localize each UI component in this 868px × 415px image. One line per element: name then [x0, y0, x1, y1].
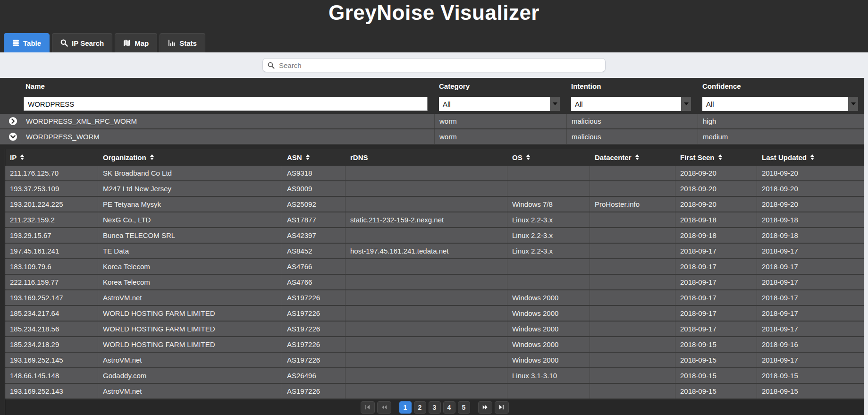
page-button-5[interactable]: 5	[458, 401, 470, 414]
expand-row-button[interactable]	[0, 114, 21, 128]
cell-datacenter	[590, 337, 675, 352]
result-row-wordpress-worm[interactable]: WORDPRESS_WORM worm malicious medium	[0, 129, 864, 145]
table-row[interactable]: 185.234.218.56WORLD HOSTING FARM LIMITED…	[5, 322, 864, 337]
page-button-4[interactable]: 4	[443, 401, 455, 414]
tab-stats[interactable]: Stats	[160, 33, 205, 52]
column-header-rdns: rDNS	[346, 149, 507, 166]
cell-last_updated: 2018-09-17	[757, 322, 864, 336]
cell-last_updated: 2018-09-17	[757, 306, 864, 321]
confidence-filter-select[interactable]: All	[702, 97, 858, 111]
cell-datacenter	[590, 212, 675, 227]
category-filter-select[interactable]: All	[439, 97, 560, 111]
column-label: First Seen	[680, 153, 715, 161]
column-header-org[interactable]: Organization	[98, 149, 282, 166]
table-row[interactable]: 193.169.252.143AstroVM.netAS1972262018-0…	[5, 384, 864, 399]
result-intention: malicious	[566, 129, 698, 144]
column-header-os[interactable]: OS	[507, 149, 590, 166]
cell-first_seen: 2018-09-17	[675, 322, 757, 336]
tab-table[interactable]: Table	[4, 33, 50, 52]
search-icon	[268, 62, 275, 69]
cell-first_seen: 2018-09-15	[675, 384, 757, 398]
cell-os: Windows 2000	[507, 306, 590, 321]
column-header-datacenter[interactable]: Datacenter	[590, 149, 675, 166]
cell-os	[507, 384, 590, 398]
column-header-asn[interactable]: ASN	[282, 149, 346, 166]
expanded-detail-table: IPOrganizationASNrDNSOSDatacenterFirst S…	[5, 149, 864, 415]
name-filter-input[interactable]	[24, 97, 428, 111]
cell-ip: 183.109.79.6	[5, 259, 98, 274]
tab-bar: Table IP Search Map Stats	[0, 30, 868, 52]
table-row[interactable]: 193.29.15.67Bunea TELECOM SRLAS42397Linu…	[5, 228, 864, 244]
next-page-button[interactable]	[478, 401, 492, 414]
detail-table-header: IPOrganizationASNrDNSOSDatacenterFirst S…	[5, 149, 864, 166]
cell-datacenter	[590, 244, 675, 258]
cell-os: Windows 2000	[507, 337, 590, 352]
cell-ip: 148.66.145.148	[5, 368, 98, 383]
table-row[interactable]: 193.37.253.109M247 Ltd New JerseyAS90092…	[5, 181, 864, 197]
chevron-down-icon	[848, 97, 858, 111]
main-content: Name Category Intention Confidence All A…	[0, 52, 868, 415]
result-row-wordpress-xml-rpc-worm[interactable]: WORDPRESS_XML_RPC_WORM worm malicious hi…	[0, 114, 864, 129]
cell-org: WORLD HOSTING FARM LIMITED	[98, 322, 282, 336]
cell-asn: AS197226	[282, 322, 346, 336]
result-name: WORDPRESS_XML_RPC_WORM	[21, 114, 434, 128]
column-header-first_seen[interactable]: First Seen	[675, 149, 757, 166]
page-button-1[interactable]: 1	[399, 401, 412, 414]
cell-first_seen: 2018-09-20	[675, 197, 757, 212]
cell-asn: AS197226	[282, 384, 346, 398]
cell-ip: 211.232.159.2	[5, 212, 98, 227]
table-row[interactable]: 193.169.252.145AstroVM.netAS197226Window…	[5, 353, 864, 368]
cell-ip: 185.234.218.56	[5, 322, 98, 336]
cell-last_updated: 2018-09-20	[757, 197, 864, 212]
cell-org: WORLD HOSTING FARM LIMITED	[98, 337, 282, 352]
cell-ip: 193.37.253.109	[5, 181, 98, 196]
last-page-button[interactable]	[495, 401, 509, 414]
table-row[interactable]: 222.116.159.77Korea TelecomAS47662018-09…	[5, 275, 864, 290]
cell-datacenter	[590, 353, 675, 367]
intention-filter-select[interactable]: All	[571, 97, 691, 111]
cell-asn: AS25092	[282, 197, 346, 212]
table-row[interactable]: 211.176.125.70SK Broadband Co LtdAS93182…	[5, 166, 864, 181]
cell-org: Korea Telecom	[98, 275, 282, 289]
table-row[interactable]: 193.201.224.225PE Tetyana MysykAS25092Wi…	[5, 197, 864, 212]
detail-table-body: 211.176.125.70SK Broadband Co LtdAS93182…	[5, 166, 864, 399]
column-header-confidence: Confidence	[698, 82, 864, 90]
table-row[interactable]: 197.45.161.241TE DataAS8452host-197.45.1…	[5, 244, 864, 259]
cell-asn: AS197226	[282, 337, 346, 352]
cell-org: SK Broadband Co Ltd	[98, 166, 282, 180]
table-row[interactable]: 193.169.252.147AstroVM.netAS197226Window…	[5, 290, 864, 306]
tab-map[interactable]: Map	[115, 33, 157, 52]
previous-page-button[interactable]	[377, 401, 391, 414]
intention-filter-value: All	[571, 100, 583, 108]
column-label: IP	[10, 153, 17, 161]
column-header-ip[interactable]: IP	[5, 149, 98, 166]
collapse-row-button[interactable]	[0, 129, 21, 144]
cell-rdns	[346, 197, 507, 212]
column-header-last_updated[interactable]: Last Updated	[757, 149, 864, 166]
page-button-2[interactable]: 2	[414, 401, 426, 414]
page-button-3[interactable]: 3	[429, 401, 441, 414]
table-row[interactable]: 185.234.217.64WORLD HOSTING FARM LIMITED…	[5, 306, 864, 322]
app-header: GreyNoise Visualizer	[0, 0, 868, 30]
sort-icon	[810, 154, 814, 160]
table-row[interactable]: 183.109.79.6Korea TelecomAS47662018-09-1…	[5, 259, 864, 275]
table-row[interactable]: 185.234.218.29WORLD HOSTING FARM LIMITED…	[5, 337, 864, 353]
search-input[interactable]	[278, 61, 600, 70]
database-icon	[12, 39, 19, 47]
cell-os: Linux 2.2-3.x	[507, 212, 590, 227]
cell-first_seen: 2018-09-17	[675, 259, 757, 274]
first-page-button[interactable]	[361, 401, 375, 414]
cell-datacenter	[590, 275, 675, 289]
table-row[interactable]: 148.66.145.148Godaddy.comAS26496Linux 3.…	[5, 368, 864, 384]
cell-last_updated: 2018-09-17	[757, 353, 864, 367]
cell-asn: AS4766	[282, 275, 346, 289]
table-row[interactable]: 211.232.159.2NexG Co., LTDAS17877static.…	[5, 212, 864, 228]
map-icon	[123, 39, 131, 47]
sort-icon	[635, 154, 639, 160]
cell-ip: 197.45.161.241	[5, 244, 98, 258]
column-header-name: Name	[21, 82, 434, 90]
cell-asn: AS197226	[282, 306, 346, 321]
tab-ip-search[interactable]: IP Search	[52, 33, 112, 52]
column-label: ASN	[287, 153, 302, 161]
cell-first_seen: 2018-09-20	[675, 181, 757, 196]
